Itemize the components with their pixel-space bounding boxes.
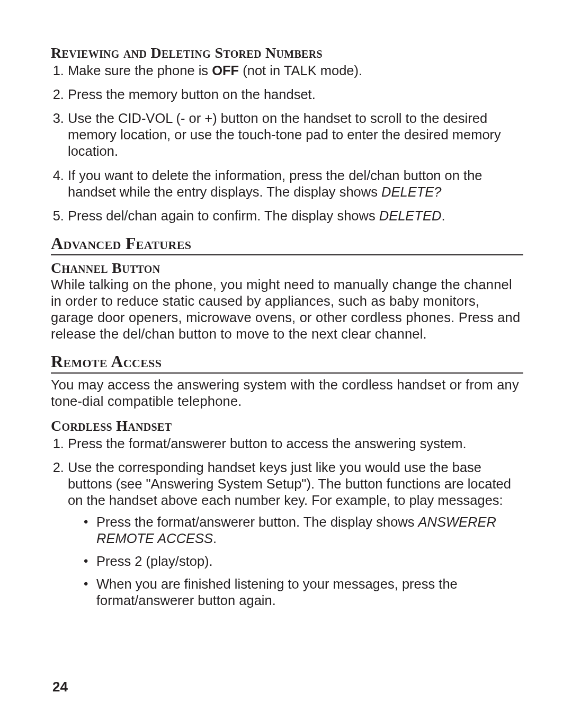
text: Make sure the phone is <box>68 63 212 78</box>
text: . <box>213 531 217 546</box>
text: Press del/chan again to confirm. The dis… <box>68 208 379 223</box>
reviewing-step-4: If you want to delete the information, p… <box>68 167 523 200</box>
italic-word: DELETE? <box>381 184 441 199</box>
reviewing-step-5: Press del/chan again to confirm. The dis… <box>68 208 523 224</box>
page-number: 24 <box>52 679 68 695</box>
section-remote-access: Remote Access <box>51 352 523 374</box>
cordless-step-1: Press the format/answerer button to acce… <box>68 436 523 452</box>
reviewing-step-2: Press the memory button on the handset. <box>68 86 523 103</box>
reviewing-step-3: Use the CID-VOL (- or +) button on the h… <box>68 110 523 159</box>
cordless-steps: Press the format/answerer button to acce… <box>51 436 523 609</box>
italic-word: DELETED <box>379 208 442 223</box>
text: Use the corresponding handset keys just … <box>68 460 511 508</box>
text: (not in TALK mode). <box>239 63 362 78</box>
bold-word: OFF <box>212 63 239 78</box>
section-advanced-features: Advanced Features <box>51 234 523 255</box>
remote-access-intro: You may access the answering system with… <box>51 377 523 410</box>
reviewing-steps: Make sure the phone is OFF (not in TALK … <box>51 63 523 224</box>
channel-button-body: While talking on the phone, you might ne… <box>51 277 523 342</box>
cordless-bullets: Press the format/answerer button. The di… <box>68 514 523 609</box>
reviewing-step-1: Make sure the phone is OFF (not in TALK … <box>68 63 523 79</box>
text: . <box>441 208 445 223</box>
cordless-bullet-2: Press 2 (play/stop). <box>84 553 523 570</box>
text: Press the format/answerer button. The di… <box>96 514 418 529</box>
cordless-bullet-3: When you are finished listening to your … <box>84 576 523 609</box>
heading-reviewing: Reviewing and Deleting Stored Numbers <box>51 45 523 61</box>
cordless-step-2: Use the corresponding handset keys just … <box>68 459 523 609</box>
heading-channel-button: Channel Button <box>51 260 523 277</box>
cordless-bullet-1: Press the format/answerer button. The di… <box>84 514 523 547</box>
heading-cordless-handset: Cordless Handset <box>51 418 523 434</box>
